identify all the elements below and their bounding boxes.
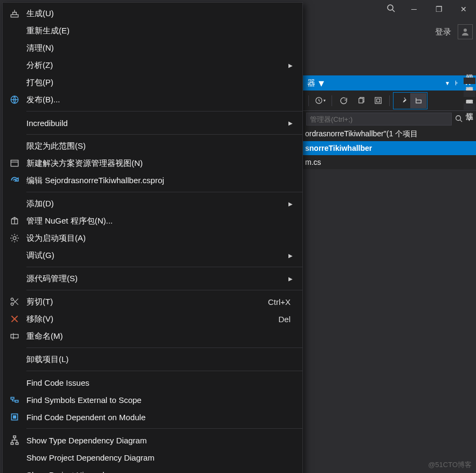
menu-label: 打包(P) [26, 78, 297, 88]
chevron-right-icon: ▶ [288, 62, 297, 68]
solution-text: ordrasnorreTikiwhallber"(1 个项目 [305, 129, 418, 139]
history-icon[interactable]: ▾ [312, 93, 328, 108]
restore-button[interactable]: ❐ [426, 0, 451, 18]
separator [308, 95, 309, 106]
menu-unload[interactable]: 卸载项目(L) [3, 351, 302, 368]
panel-dropdown-arrow-icon[interactable]: ▼ [445, 80, 450, 86]
menu-incredibuild[interactable]: Incredibuild ▶ [3, 114, 302, 131]
menu-rename[interactable]: 重命名(M) [3, 328, 302, 345]
tab-properties[interactable]: 属性 [464, 103, 475, 110]
svg-point-9 [456, 115, 461, 120]
chevron-right-icon: ▶ [288, 276, 297, 282]
menu-label: Find Code Issues [26, 378, 297, 387]
menu-label: Show Type Dependency Diagram [26, 436, 297, 445]
menu-analyze[interactable]: 分析(Z) ▶ [3, 57, 302, 74]
menu-show-hierarchy[interactable]: Show Project Hierarchy [3, 466, 302, 473]
globe-icon [3, 95, 26, 105]
solution-search-input[interactable] [306, 113, 452, 126]
tab-solution-explorer[interactable]: 解决方案资源管理器 [464, 78, 475, 84]
menu-add[interactable]: 添加(D) ▶ [3, 195, 302, 212]
tab-notifications[interactable]: 通知 [464, 65, 475, 71]
new-view-icon [3, 158, 26, 168]
package-icon [3, 216, 26, 226]
menu-label: 编辑 SejordrasnorreTikiwhallber.csproj [26, 176, 297, 186]
show-all-icon[interactable] [410, 93, 426, 108]
separator [389, 95, 390, 106]
svg-rect-11 [11, 15, 18, 17]
refresh-icon[interactable] [335, 93, 351, 108]
menu-source-control[interactable]: 源代码管理(S) ▶ [3, 270, 302, 287]
separator [26, 428, 302, 429]
module-icon [3, 412, 26, 422]
svg-point-18 [11, 303, 13, 305]
menu-show-type-diagram[interactable]: Show Type Dependency Diagram [3, 432, 302, 449]
context-menu: 生成(U) 重新生成(E) 清理(N) 分析(Z) ▶ 打包(P) 发布(B).… [2, 2, 303, 473]
menu-scope[interactable]: 限定为此范围(S) [3, 137, 302, 155]
search-dropdown-icon[interactable]: ▾ [466, 116, 473, 122]
menu-find-dependent[interactable]: Find Code Dependent on Module [3, 408, 302, 426]
svg-rect-29 [16, 443, 18, 444]
close-button[interactable]: ✕ [451, 0, 476, 18]
chevron-right-icon: ▶ [288, 253, 297, 259]
menu-label: 生成(U) [26, 9, 297, 19]
signin-area: 登录 [435, 23, 473, 41]
menu-label: Find Code Dependent on Module [26, 413, 297, 422]
solution-explorer-toolbar: ▾ [303, 91, 476, 111]
menu-label: 重命名(M) [26, 331, 297, 342]
menu-label: 新建解决方案资源管理器视图(N) [26, 158, 297, 169]
menu-cut[interactable]: 剪切(T) Ctrl+X [3, 293, 302, 310]
signin-link[interactable]: 登录 [435, 27, 451, 37]
menu-label: 剪切(T) [26, 297, 268, 307]
menu-label: 设为启动项目(A) [26, 233, 297, 244]
menu-new-view[interactable]: 新建解决方案资源管理器视图(N) [3, 155, 302, 172]
redo-icon [3, 176, 26, 185]
user-avatar-icon[interactable] [458, 24, 473, 39]
title-search-icon[interactable] [380, 4, 402, 15]
menu-label: Incredibuild [26, 119, 288, 128]
solution-explorer-titlebar: 器 ▾ ▼ ⫠ ✕ [303, 75, 476, 91]
file-node[interactable]: m.cs [303, 155, 476, 169]
menu-publish[interactable]: 发布(B)... [3, 91, 302, 108]
menu-nuget[interactable]: 管理 NuGet 程序包(N)... [3, 212, 302, 229]
svg-rect-26 [13, 416, 16, 419]
file-text: m.cs [305, 158, 321, 166]
solution-node[interactable]: ordrasnorreTikiwhallber"(1 个项目 [303, 127, 476, 141]
minimize-button[interactable]: ─ [402, 0, 426, 18]
right-side-tabs: 通知 解决方案资源管理器 团队资源管理器 属性 [463, 65, 476, 110]
symbols-icon [3, 395, 26, 405]
search-icon[interactable] [452, 115, 466, 124]
menu-label: 发布(B)... [26, 95, 297, 105]
panel-dropdown-icon[interactable]: ▾ [319, 76, 324, 89]
svg-rect-6 [376, 99, 380, 102]
menu-debug[interactable]: 调试(G) ▶ [3, 247, 302, 264]
menu-set-startup[interactable]: 设为启动项目(A) [3, 229, 302, 247]
properties-icon[interactable] [394, 93, 410, 108]
svg-line-10 [460, 120, 463, 122]
menu-show-project-diagram[interactable]: Show Project Dependency Diagram [3, 449, 302, 466]
tab-team-explorer[interactable]: 团队资源管理器 [464, 91, 475, 97]
menu-pack[interactable]: 打包(P) [3, 74, 302, 91]
menu-clean[interactable]: 清理(N) [3, 39, 302, 57]
menu-edit-csproj[interactable]: 编辑 SejordrasnorreTikiwhallber.csproj [3, 172, 302, 189]
build-icon [3, 9, 26, 18]
project-node[interactable]: snorreTikiwhallber [303, 141, 476, 155]
menu-build[interactable]: 生成(U) [3, 5, 302, 22]
menu-find-symbols[interactable]: Find Symbols External to Scope [3, 391, 302, 408]
pin-icon[interactable]: ⫠ [453, 79, 462, 87]
menu-label: Find Symbols External to Scope [26, 395, 297, 405]
menu-shortcut: Ctrl+X [268, 297, 297, 307]
menu-label: Show Project Hierarchy [26, 470, 297, 474]
gear-icon [3, 233, 26, 243]
svg-rect-7 [416, 100, 420, 103]
menu-shortcut: Del [278, 315, 297, 324]
collapse-icon[interactable] [370, 93, 386, 108]
svg-point-16 [13, 236, 16, 240]
menu-rebuild[interactable]: 重新生成(E) [3, 22, 302, 39]
svg-point-2 [464, 29, 467, 32]
menu-find-issues[interactable]: Find Code Issues [3, 374, 302, 391]
menu-remove[interactable]: 移除(V) Del [3, 310, 302, 328]
svg-rect-4 [358, 99, 363, 103]
menu-label: 分析(Z) [26, 60, 288, 71]
copy-icon[interactable] [353, 93, 369, 108]
svg-rect-21 [11, 335, 18, 338]
